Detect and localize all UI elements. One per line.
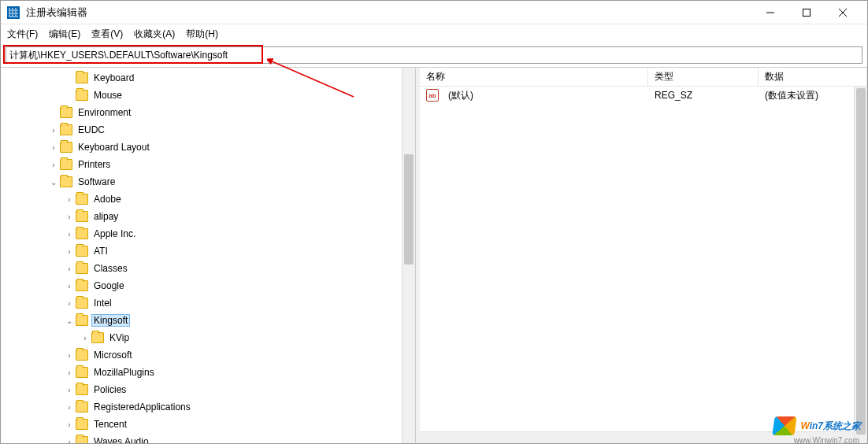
folder-icon <box>76 401 88 413</box>
svg-rect-1 <box>803 9 811 16</box>
tree-item-mouse[interactable]: Mouse <box>1 87 415 104</box>
list-scrollbar-horizontal[interactable] <box>420 431 854 444</box>
tree-item-microsoft[interactable]: ›Microsoft <box>1 346 415 364</box>
tree-item-label: Policies <box>91 383 128 396</box>
tree-item-label: Keyboard <box>91 72 136 84</box>
close-button[interactable] <box>825 1 861 24</box>
tree-item-ati[interactable]: ›ATI <box>1 242 415 260</box>
tree-item-label: MozillaPlugins <box>91 366 157 379</box>
folder-icon <box>60 176 72 187</box>
tree-item-printers[interactable]: ›Printers <box>1 156 415 173</box>
chevron-right-icon[interactable]: › <box>64 351 75 360</box>
chevron-right-icon[interactable]: › <box>64 265 75 273</box>
tree-pane[interactable]: KeyboardMouseEnvironment›EUDC›Keyboard L… <box>1 68 416 444</box>
chevron-right-icon[interactable]: › <box>48 143 59 152</box>
regedit-icon <box>7 6 20 19</box>
list-row[interactable]: ab(默认)REG_SZ(数值未设置) <box>420 87 867 104</box>
tree-item-waves-audio[interactable]: ›Waves Audio <box>1 433 415 444</box>
maximize-button[interactable] <box>788 1 825 24</box>
tree-item-registeredapplications[interactable]: ›RegisteredApplications <box>1 398 415 416</box>
folder-icon <box>76 194 88 205</box>
tree-item-adobe[interactable]: ›Adobe <box>1 191 415 208</box>
tree-item-label: KVip <box>107 331 132 344</box>
folder-icon <box>76 436 88 444</box>
chevron-down-icon[interactable]: ⌄ <box>48 178 59 187</box>
chevron-right-icon[interactable]: › <box>64 299 75 308</box>
minimize-button[interactable] <box>752 1 788 24</box>
list-scrollbar-vertical[interactable] <box>854 87 867 444</box>
tree-item-tencent[interactable]: ›Tencent <box>1 416 415 433</box>
tree-item-kvip[interactable]: ›KVip <box>1 329 415 346</box>
folder-icon <box>91 332 104 343</box>
list-pane[interactable]: 名称 类型 数据 ab(默认)REG_SZ(数值未设置) <box>420 68 867 444</box>
titlebar: 注册表编辑器 <box>1 1 867 24</box>
chevron-right-icon[interactable]: › <box>64 438 75 445</box>
list-body: ab(默认)REG_SZ(数值未设置) <box>420 87 867 104</box>
tree-item-google[interactable]: ›Google <box>1 277 415 294</box>
folder-icon <box>76 228 88 239</box>
tree-item-label: Keyboard Layout <box>76 141 152 154</box>
column-data[interactable]: 数据 <box>759 68 867 86</box>
chevron-right-icon[interactable]: › <box>48 126 59 135</box>
chevron-right-icon[interactable]: › <box>64 420 75 429</box>
tree-item-label: Microsoft <box>91 349 135 361</box>
folder-icon <box>76 72 88 83</box>
menu-view[interactable]: 查看(V) <box>91 28 123 41</box>
tree-item-label: Intel <box>91 297 114 309</box>
folder-icon <box>60 124 72 135</box>
tree-item-classes[interactable]: ›Classes <box>1 260 415 277</box>
tree-item-label: Printers <box>76 158 113 171</box>
menu-edit[interactable]: 编辑(E) <box>49 28 80 41</box>
tree-item-label: Tencent <box>91 418 129 431</box>
tree-item-alipay[interactable]: ›alipay <box>1 208 415 225</box>
tree-item-apple-inc-[interactable]: ›Apple Inc. <box>1 225 415 242</box>
window-title: 注册表编辑器 <box>26 6 752 20</box>
cell-name: (默认) <box>442 89 648 102</box>
tree-item-keyboard[interactable]: Keyboard <box>1 69 415 87</box>
column-type[interactable]: 类型 <box>648 68 759 86</box>
chevron-right-icon[interactable]: › <box>64 195 75 204</box>
tree-item-policies[interactable]: ›Policies <box>1 381 415 398</box>
tree-item-label: Waves Audio <box>91 435 151 444</box>
chevron-right-icon[interactable]: › <box>64 386 75 394</box>
menu-help[interactable]: 帮助(H) <box>186 28 218 41</box>
chevron-right-icon[interactable]: › <box>64 213 75 221</box>
folder-icon <box>76 263 88 274</box>
tree-item-environment[interactable]: Environment <box>1 104 415 121</box>
string-value-icon: ab <box>426 89 439 102</box>
tree-item-software[interactable]: ⌄Software <box>1 173 415 191</box>
tree-item-label: Environment <box>76 106 133 119</box>
column-name[interactable]: 名称 <box>420 68 648 86</box>
tree-item-keyboard-layout[interactable]: ›Keyboard Layout <box>1 139 415 156</box>
cell-data: (数值未设置) <box>759 89 867 102</box>
chevron-right-icon[interactable]: › <box>80 334 91 342</box>
tree-item-mozillaplugins[interactable]: ›MozillaPlugins <box>1 364 415 381</box>
chevron-right-icon[interactable]: › <box>64 230 75 239</box>
folder-icon <box>60 107 72 118</box>
folder-icon <box>76 246 88 257</box>
addressbar-container <box>1 43 867 67</box>
menu-favorites[interactable]: 收藏夹(A) <box>134 28 175 41</box>
menu-file[interactable]: 文件(F) <box>7 28 38 41</box>
tree-item-kingsoft[interactable]: ⌄Kingsoft <box>1 312 415 329</box>
content-split: KeyboardMouseEnvironment›EUDC›Keyboard L… <box>1 67 867 444</box>
cell-type: REG_SZ <box>648 90 759 101</box>
chevron-right-icon[interactable]: › <box>64 368 75 377</box>
chevron-right-icon[interactable]: › <box>48 161 59 169</box>
folder-icon <box>76 280 88 291</box>
menubar: 文件(F) 编辑(E) 查看(V) 收藏夹(A) 帮助(H) <box>1 24 867 43</box>
folder-icon <box>76 315 88 326</box>
tree-item-label: Classes <box>91 262 130 275</box>
chevron-down-icon[interactable]: ⌄ <box>64 316 75 325</box>
tree-item-intel[interactable]: ›Intel <box>1 294 415 312</box>
chevron-right-icon[interactable]: › <box>64 403 75 412</box>
folder-icon <box>76 211 88 222</box>
tree-item-label: RegisteredApplications <box>91 401 193 413</box>
chevron-right-icon[interactable]: › <box>64 282 75 290</box>
tree-item-eudc[interactable]: ›EUDC <box>1 121 415 139</box>
folder-icon <box>76 350 88 361</box>
list-header: 名称 类型 数据 <box>420 68 867 87</box>
address-input[interactable] <box>6 46 862 64</box>
tree-item-label: Apple Inc. <box>91 228 138 240</box>
chevron-right-icon[interactable]: › <box>64 247 75 256</box>
